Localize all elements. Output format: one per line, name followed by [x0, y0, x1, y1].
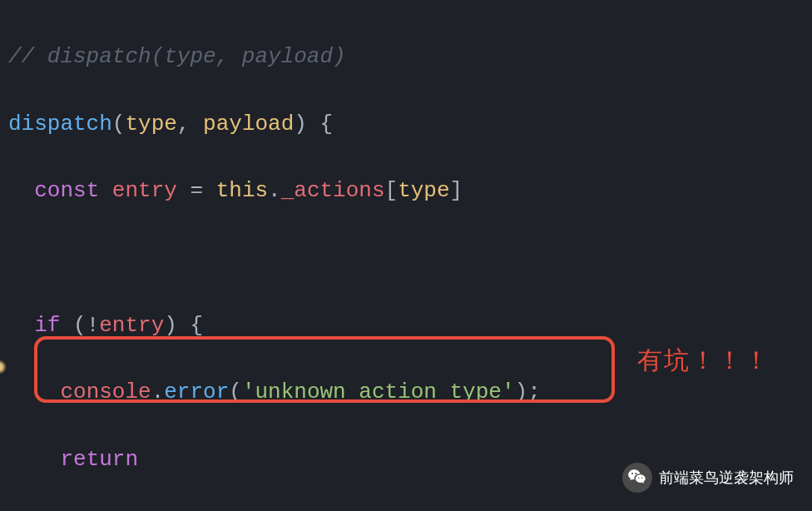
code-fn-name: dispatch	[8, 112, 112, 136]
code-editor[interactable]: // dispatch(type, payload) dispatch(type…	[0, 0, 812, 511]
code-keyword: const	[34, 178, 99, 203]
code-var: type	[398, 178, 449, 203]
code-this: this	[216, 178, 268, 203]
code-comment: // dispatch(type, payload)	[8, 44, 346, 69]
code-var: entry	[99, 313, 164, 338]
code-prop: _actions	[281, 178, 385, 203]
wechat-icon	[622, 463, 652, 493]
code-keyword: return	[60, 447, 138, 472]
code-var: entry	[112, 178, 177, 203]
code-param: payload	[203, 112, 294, 136]
watermark: 前端菜鸟逆袭架构师	[622, 463, 794, 493]
code-string: 'unknown action type'	[242, 380, 515, 404]
code-method: error	[164, 380, 229, 404]
code-keyword: if	[34, 313, 60, 338]
code-param: type	[125, 112, 176, 136]
watermark-text: 前端菜鸟逆袭架构师	[659, 468, 794, 488]
annotation-text: 有坑！！！	[637, 344, 770, 378]
code-obj: console	[60, 380, 151, 404]
